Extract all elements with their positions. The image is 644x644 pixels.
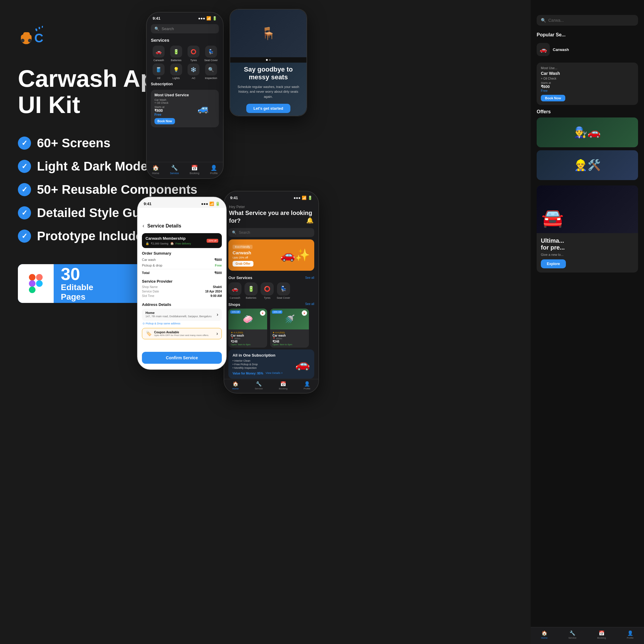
nav-booking[interactable]: 📅 Booking (597, 630, 606, 639)
feature-item: 50+ Reusable Components (18, 182, 221, 197)
saving-row: 🔒 ₹2,000 Saving 🏠 Free delivery (145, 242, 191, 245)
service-carwash[interactable]: 🚗 Carwash (151, 46, 167, 62)
status-bar: 9:41 ●●● 📶 🔋 (224, 191, 318, 202)
badge-text: 30 EditablePages (54, 265, 100, 302)
offer-illustration-2: 👷‍♂️🛠️ (574, 159, 601, 171)
see-all-link[interactable]: See all (305, 276, 314, 279)
grab-offer-button[interactable]: Grab Offer (233, 261, 253, 267)
services-grid: 🚗 Carwash 🔋 Batteries ⭕ Tyres 💺 Seat Cov… (147, 44, 223, 81)
service-seat-cover[interactable]: 💺 Seat Cover (203, 46, 219, 62)
seat-cover-icon: 💺 (205, 46, 217, 58)
book-now-button[interactable]: Book Now (154, 118, 175, 124)
view-details-link[interactable]: View Details > (266, 371, 283, 374)
home-search-bar[interactable]: 🔍 Search (228, 228, 314, 237)
dot-inactive (269, 59, 271, 61)
service-batteries[interactable]: 🔋 Batteries (168, 46, 184, 62)
service-icon: 🔧 (256, 381, 262, 387)
offer-card-2[interactable]: 👷‍♂️🛠️ (537, 150, 638, 180)
chevron-right-icon: › (216, 331, 218, 336)
phone-service-details-screen: 9:41 ●●● 📶 🔋 ‹ Service Details Carwash M… (137, 197, 227, 370)
search-icon: 🔍 (232, 230, 236, 235)
nav-service[interactable]: 🔧 Service (170, 165, 179, 175)
svg-point-9 (42, 26, 43, 28)
svg-rect-3 (23, 32, 30, 36)
right-panel: 🔍 Carwa... Popular Se... 🚗 Carwash Most … (531, 0, 644, 644)
provider-service-date: Service Date 18 Apr 2024 (142, 290, 222, 293)
nav-service[interactable]: 🔧 Service (568, 630, 576, 639)
ultimate-car-image: 🚘 (537, 185, 638, 233)
order-row-pickup: Pickup & drop Free (142, 264, 222, 267)
tyres-service-icon: ⭕ (261, 282, 274, 295)
shop-card-1[interactable]: 🧼 20% Off ♥ ★ 4.4 (532) Car wash 📍 800m … (228, 309, 267, 348)
phone-seat-cover-screen: 🪑 Say goodbye to messy seats Schedule re… (230, 9, 307, 116)
coupon-card[interactable]: 🏷️ Coupon Available Upto 40% OFF for Fir… (142, 328, 222, 339)
coupon-info: Coupon Available Upto 40% OFF for First … (152, 331, 216, 337)
shops-see-all-link[interactable]: See all (305, 302, 314, 307)
nav-profile[interactable]: 👤 Profile (627, 630, 634, 639)
svg-point-4 (21, 39, 24, 42)
svg-rect-12 (29, 280, 35, 287)
service-carwash[interactable]: 🚗 Carwash (228, 282, 241, 299)
back-button[interactable]: ‹ (143, 223, 144, 229)
discount-badge: 20% Off (230, 310, 241, 314)
nav-profile[interactable]: 👤 Profile (304, 381, 310, 390)
batteries-icon: 🔋 (170, 46, 182, 58)
service-icon: 🔧 (569, 630, 575, 636)
starts-at-label: Starts at ₹600 (154, 106, 165, 113)
offer-card-1[interactable]: 👨‍🔧🚗 (537, 117, 638, 147)
order-summary: Order Summary Car wash ₹600 Pickup & dro… (138, 251, 226, 275)
search-icon: 🔍 (541, 18, 546, 23)
most-used-book-button[interactable]: Book Now (541, 95, 565, 101)
get-started-button[interactable]: Let's get started (246, 104, 290, 113)
subscription-title: Subscription (147, 81, 223, 87)
ultimate-cta-button[interactable]: Explore (541, 259, 566, 268)
search-bar[interactable]: 🔍 Search (151, 24, 219, 33)
subscription-car-image: 🚗 (295, 357, 310, 371)
service-details-header: ‹ Service Details (138, 208, 226, 233)
service-lights[interactable]: 💡 Lights (168, 64, 184, 80)
right-search-area: 🔍 Carwa... (531, 0, 644, 30)
nav-home[interactable]: 🏠 Home (232, 381, 239, 390)
shop-card-2[interactable]: 🚿 20% Off ♥ ★ 4.4 (532) Car wash 📍 800m … (270, 309, 309, 348)
oil-icon: 🛢️ (153, 64, 165, 75)
batteries-service-icon: 🔋 (244, 282, 258, 295)
status-bar: 9:41 ●●● 📶 🔋 (147, 13, 223, 22)
check-icon (18, 137, 31, 150)
nav-home[interactable]: 🏠 Home (541, 630, 547, 639)
notification-button[interactable]: 🔔 (306, 217, 314, 224)
nav-booking[interactable]: 📅 Booking (190, 165, 199, 175)
nav-service[interactable]: 🔧 Service (255, 381, 263, 390)
nav-booking[interactable]: 📅 Booking (279, 381, 287, 390)
app-logo: C (18, 24, 48, 48)
nav-profile[interactable]: 👤 Profile (210, 165, 218, 175)
service-tyres[interactable]: ⭕ Tyres (186, 46, 202, 62)
right-search-bar[interactable]: 🔍 Carwa... (537, 15, 638, 26)
search-icon: 🔍 (154, 27, 159, 31)
address-card[interactable]: Home 147, 7th main road, Doddakannelli, … (142, 309, 222, 321)
discount-badge: 20% Off (272, 310, 282, 314)
seat-cover-top-image: 🪑 (230, 10, 306, 57)
wishlist-button[interactable]: ♥ (302, 310, 307, 316)
booking-icon: 📅 (191, 165, 198, 171)
status-icons: ●●● 📶 🔋 (293, 196, 312, 200)
status-bar: 9:41 ●●● 📶 🔋 (138, 197, 226, 208)
service-oil[interactable]: 🛢️ Oil (151, 64, 167, 80)
booking-icon: 📅 (280, 381, 286, 387)
nav-home[interactable]: 🏠 Home (152, 165, 159, 175)
pickup-note: ⊙ Pickup & Drop same address (142, 322, 222, 325)
eco-carwash-banner[interactable]: Eco-Friendly Carwash Upto 20% off Grab O… (228, 239, 314, 271)
carousel-dots (230, 57, 306, 63)
service-batteries[interactable]: 🔋 Batteries (244, 282, 258, 299)
popular-carwash[interactable]: 🚗 Carwash (537, 41, 638, 58)
service-ac[interactable]: ❄️ AC (186, 64, 202, 80)
wishlist-button[interactable]: ♥ (260, 310, 265, 316)
subscription-services: Car Wash + Oil Check (154, 98, 189, 104)
home-icon: 🏠 (233, 381, 239, 387)
service-seat-cover[interactable]: 💺 Seat Cover (277, 282, 290, 299)
service-tyres[interactable]: ⭕ Tyres (261, 282, 274, 299)
confirm-service-button[interactable]: Confirm Service (142, 352, 222, 364)
ultimate-card: 🚘 Ultima... for pre... Give a new lo... … (537, 185, 638, 273)
service-inspection[interactable]: 🔍 Inspection (203, 64, 219, 80)
profile-icon: 👤 (210, 165, 217, 171)
svg-point-5 (28, 39, 32, 42)
